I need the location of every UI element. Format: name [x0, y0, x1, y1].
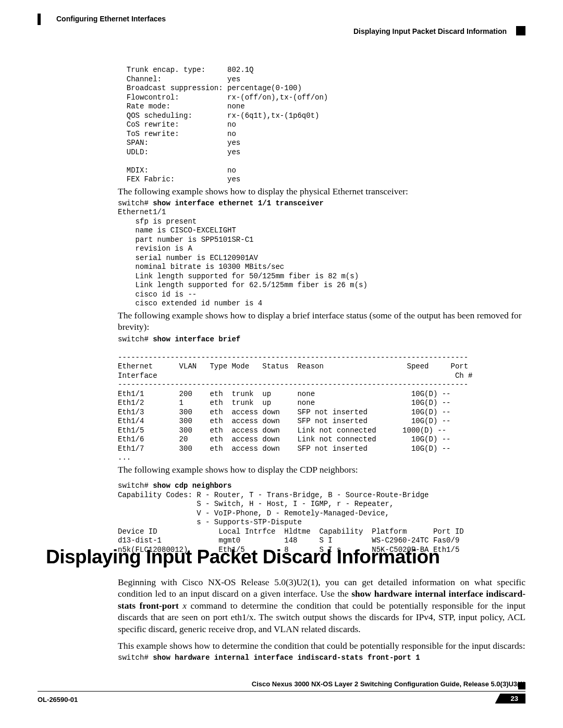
transceiver-command: show interface ethernet 1/1 transceiver [153, 199, 324, 207]
prompt: switch# [118, 653, 153, 662]
brief-command: show interface brief [153, 335, 240, 343]
footer-page-number: 23 [495, 694, 525, 704]
section-heading: Displaying Input Packet Discard Informat… [46, 546, 440, 568]
body-paragraph-1: Beginning with Cisco NX-OS Release 5.0(3… [118, 576, 525, 635]
header-tick-right [516, 26, 525, 35]
transceiver-command-block: switch# show interface ethernet 1/1 tran… [118, 199, 525, 309]
brief-output: ----------------------------------------… [118, 353, 473, 462]
prompt: switch# [118, 335, 153, 343]
content-column: Trunk encap. type: 802.1Q Channel: yes B… [118, 66, 525, 554]
body-paragraph-2: This example shows how to determine the … [118, 640, 525, 651]
cdp-output: Capability Codes: R - Router, T - Trans-… [118, 491, 464, 554]
header-tick-left [38, 14, 41, 25]
example-command: show hardware internal interface indisca… [153, 653, 420, 662]
footer-doc-id: OL-26590-01 [38, 696, 78, 704]
prompt: switch# [118, 199, 153, 207]
page-header: Configuring Ethernet Interfaces Displayi… [38, 14, 525, 32]
chapter-title: Configuring Ethernet Interfaces [56, 15, 166, 23]
page-footer: Cisco Nexus 3000 NX-OS Layer 2 Switching… [38, 691, 525, 712]
brief-intro: The following example shows how to displ… [118, 310, 525, 333]
cdp-intro: The following example shows how to displ… [118, 464, 525, 475]
transceiver-output: Ethernet1/1 sfp is present name is CISCO… [118, 208, 368, 307]
prompt: switch# [118, 482, 153, 490]
cdp-command: show cdp neighbors [153, 482, 231, 490]
brief-command-block: switch# show interface brief -----------… [118, 335, 525, 463]
section-body: Beginning with Cisco NX-OS Release 5.0(3… [118, 575, 525, 663]
example-command-block: switch# show hardware internal interface… [118, 653, 525, 663]
section-title: Displaying Input Packet Discard Informat… [353, 27, 507, 35]
capabilities-output: Trunk encap. type: 802.1Q Channel: yes B… [118, 66, 525, 184]
footer-guide-title: Cisco Nexus 3000 NX-OS Layer 2 Switching… [252, 680, 525, 688]
cdp-command-block: switch# show cdp neighbors Capability Co… [118, 482, 525, 554]
transceiver-intro: The following example shows how to displ… [118, 186, 525, 197]
